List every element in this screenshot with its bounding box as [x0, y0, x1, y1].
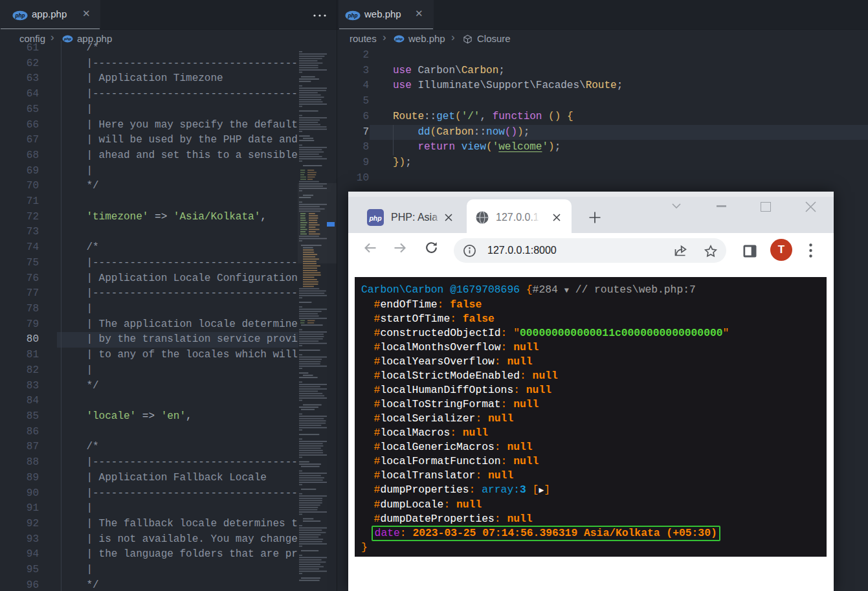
svg-text:php: php: [368, 214, 382, 222]
svg-text:php: php: [347, 13, 357, 19]
svg-text:php: php: [395, 37, 403, 41]
svg-text:php: php: [14, 13, 25, 19]
